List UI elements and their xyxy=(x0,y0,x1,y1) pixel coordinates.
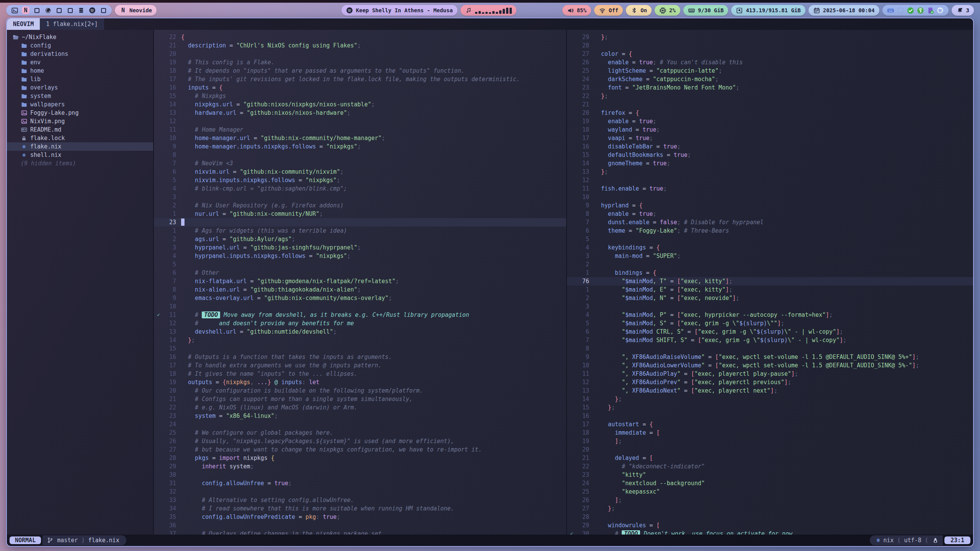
code-line[interactable]: 20 firefox = { xyxy=(567,109,973,117)
code-line[interactable]: ✓11 # TODO Move away from devshell, as i… xyxy=(154,311,566,319)
workspace-2-neovim-icon[interactable]: N xyxy=(22,7,29,14)
code-line[interactable]: 25 # We configure our global packages he… xyxy=(154,429,566,437)
code-line[interactable]: 2 xyxy=(567,260,973,269)
code-line[interactable]: 11 ", XF86AudioPlay" = ["exec, playerctl… xyxy=(567,370,973,378)
cpu-widget[interactable]: 2% xyxy=(655,5,680,16)
tree-item-flake.lock[interactable]: flake.lock xyxy=(7,134,153,142)
code-line[interactable]: 7 nix-flatpak.url = "github:gmodena/nix-… xyxy=(154,277,566,285)
code-line[interactable]: 19 outputs = {nixpkgs, ...} @ inputs: le… xyxy=(154,378,566,386)
code-line[interactable]: 9 home-manager.inputs.nixpkgs.follows = … xyxy=(154,142,566,151)
code-line[interactable]: 5 xyxy=(154,260,566,269)
code-line[interactable]: 14 }; xyxy=(567,395,973,403)
code-line[interactable]: 18 # It depends on "inputs" that are pas… xyxy=(154,67,566,75)
code-line[interactable]: 18 immediate = [ xyxy=(567,429,973,437)
keepassxc-icon[interactable] xyxy=(917,7,924,14)
code-line[interactable]: 11 fish.enable = true; xyxy=(567,184,973,193)
code-line[interactable]: 13 ", XF86AudioNext" = ["exec, playerctl… xyxy=(567,386,973,395)
code-line[interactable]: 30 xyxy=(154,471,566,479)
code-line[interactable]: 5 xyxy=(567,235,973,243)
code-line[interactable]: 24 "nextcloud --background" xyxy=(567,479,973,487)
code-line[interactable]: 13 devshell.url = "github:numtide/devshe… xyxy=(154,328,566,336)
code-line[interactable]: 17 # The inputs' git revisions get locke… xyxy=(154,75,566,83)
code-line[interactable]: 12 xyxy=(567,176,973,184)
tab-neovim[interactable]: NEOVIM xyxy=(7,18,40,30)
code-line[interactable]: ✓30 # TODO Doesn't work, use focus_on_ac… xyxy=(567,530,973,535)
tree-item-lib[interactable]: lib xyxy=(7,75,153,83)
code-line[interactable]: 21 # Configs can support more than a sin… xyxy=(154,395,566,403)
code-line[interactable]: 10 xyxy=(567,193,973,201)
kdeconnect-icon[interactable] xyxy=(927,7,934,14)
code-line[interactable]: 16 disableTabBar = true; xyxy=(567,142,973,151)
code-line[interactable]: 9 ", XF86AudioRaiseVolume" = ["exec, wpc… xyxy=(567,353,973,361)
code-line[interactable]: 20 xyxy=(154,50,566,58)
code-line[interactable]: 20 xyxy=(567,445,973,454)
code-line[interactable]: 8 nix-alien.url = "github:thiagokokada/n… xyxy=(154,285,566,294)
code-line[interactable]: 21 delayed = [ xyxy=(567,454,973,462)
tree-item-home[interactable]: home xyxy=(7,67,153,75)
code-line[interactable]: 19 ]; xyxy=(567,437,973,445)
workspace-9-square-icon[interactable] xyxy=(100,7,107,14)
tree-item-readme.md[interactable]: README.md xyxy=(7,126,153,134)
code-line[interactable]: 29 windowrules = [ xyxy=(567,521,973,530)
code-line[interactable]: 11 # Home Manager xyxy=(154,126,566,134)
code-line[interactable]: 8 enable = true; xyxy=(567,210,973,218)
code-line[interactable]: 26 ]; xyxy=(567,496,973,504)
editor-right[interactable]: 29 };2827 color = {26 enable = true; # Y… xyxy=(567,30,973,535)
code-line[interactable]: 10 xyxy=(154,302,566,311)
tree-item-wallpapers[interactable]: wallpapers xyxy=(7,100,153,109)
nextcloud-check-icon[interactable] xyxy=(907,7,914,14)
code-line[interactable]: 5 nixvim.inputs.nixpkgs.follows = "nixpk… xyxy=(154,176,566,184)
tree-item-overlays[interactable]: overlays xyxy=(7,83,153,92)
workspace-3-square-icon[interactable] xyxy=(33,7,41,14)
code-line[interactable]: 27 # but because we want to change the n… xyxy=(154,445,566,454)
code-line[interactable]: 76 "$mainMod, T" = ["exec, kitty"]; xyxy=(567,277,973,285)
storage-widget[interactable]: 413.19/915.81 GiB xyxy=(731,5,805,16)
workspace-6-square-icon[interactable] xyxy=(66,7,74,14)
clock-widget[interactable]: 2025-06-18 00:04 xyxy=(808,5,879,16)
code-line[interactable]: 17 vaapi = true; xyxy=(567,134,973,142)
code-line[interactable]: 7 dunst.enable = false; # Disable for hy… xyxy=(567,218,973,227)
spotify-tray-icon[interactable] xyxy=(937,7,944,14)
tab-flake-nix[interactable]: 1 flake.nix[2+] xyxy=(40,18,104,30)
code-line[interactable]: 6 nixvim.url = "github:nix-community/nix… xyxy=(154,168,566,176)
code-line[interactable]: 25 "keepassxc" xyxy=(567,487,973,496)
code-line[interactable]: 16 inputs = { xyxy=(154,83,566,92)
memory-widget[interactable]: 9/30 GiB xyxy=(683,5,728,16)
notifications-widget[interactable]: 3 xyxy=(952,5,974,16)
code-line[interactable]: 15 }; xyxy=(567,403,973,412)
code-line[interactable]: 23 "kitty" xyxy=(567,471,973,479)
code-line[interactable]: 12 ", XF86AudioPrev" = ["exec, playerctl… xyxy=(567,378,973,386)
code-line[interactable]: 31 config.allowUnfree = true; xyxy=(154,479,566,487)
code-line[interactable]: 27 }; xyxy=(567,504,973,513)
code-line[interactable]: 6 "$mainMod CTRL, S" = ["exec, grim -g \… xyxy=(567,328,973,336)
code-line[interactable]: 36 xyxy=(154,521,566,530)
workspace-5-square-icon[interactable] xyxy=(55,7,63,14)
code-line[interactable]: 28 xyxy=(567,41,973,50)
code-line[interactable]: 18 wayland = true; xyxy=(567,126,973,134)
code-line[interactable]: 15 xyxy=(154,344,566,353)
code-line[interactable]: 12 xyxy=(154,117,566,126)
workspace-4-firefox-icon[interactable] xyxy=(44,7,52,14)
tree-item-foggy-lake.png[interactable]: Foggy-Lake.png xyxy=(7,109,153,117)
code-line[interactable]: 6 # Other xyxy=(154,269,566,277)
code-line[interactable]: 23 system = "x86_64-linux"; xyxy=(154,412,566,420)
code-line[interactable]: 28 pkgs = import nixpkgs { xyxy=(154,454,566,462)
code-line[interactable]: 10 home-manager.url = "github:nix-commun… xyxy=(154,134,566,142)
code-line[interactable]: 16 xyxy=(567,412,973,420)
audio-visualizer-widget[interactable] xyxy=(461,5,516,16)
code-line[interactable]: 16 # Outputs is a function that takes th… xyxy=(154,353,566,361)
code-line[interactable]: 19 # This config is a Flake. xyxy=(154,58,566,67)
code-line[interactable]: 3 hyprpanel.url = "github:jas-singhfsu/h… xyxy=(154,243,566,252)
tree-item-shell.nix[interactable]: ❄shell.nix xyxy=(7,151,153,159)
editor-left[interactable]: 22{21 description = "ChUrl's NixOS confi… xyxy=(154,30,567,535)
code-line[interactable]: 3 main-mod = "SUPER"; xyxy=(567,252,973,260)
code-line[interactable]: 10 ", XF86AudioLowerVolume" = ["exec, wp… xyxy=(567,361,973,370)
code-line[interactable]: 15 # Nixpkgs xyxy=(154,92,566,100)
code-line[interactable]: 21 description = "ChUrl's NixOS config u… xyxy=(154,41,566,50)
code-line[interactable]: 33 # Alternative to setting config.allow… xyxy=(154,496,566,504)
media-player-widget[interactable]: Keep Shelly In Athens - Medusa xyxy=(341,5,457,16)
code-line[interactable]: 7 # NeoVim <3 xyxy=(154,159,566,168)
code-line[interactable]: 28 xyxy=(567,513,973,521)
code-line[interactable]: 18 # It gives the name "inputs" to the .… xyxy=(154,370,566,378)
code-line[interactable]: 27 color = { xyxy=(567,50,973,58)
